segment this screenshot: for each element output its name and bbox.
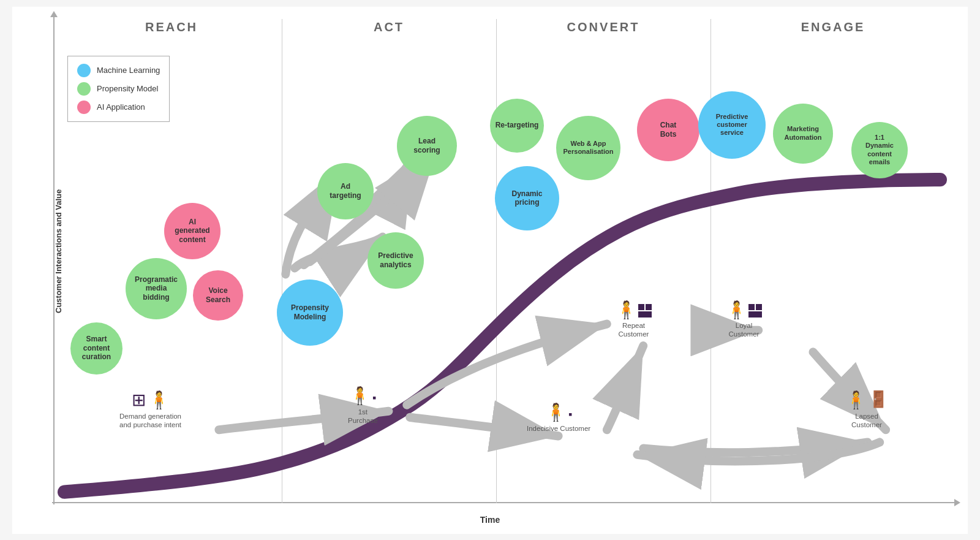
bubble-marketing-auto: MarketingAutomation xyxy=(773,104,833,164)
icon-indecisive-customer: 🧍 ▪ Indecisive Customer xyxy=(527,402,590,433)
label-indecisive-customer: Indecisive Customer xyxy=(527,424,590,433)
bubble-predictive-analytics: Predictiveanalytics xyxy=(368,232,424,289)
bubble-ad-targeting: Adtargeting xyxy=(317,163,374,219)
bubble-dynamic-pricing: Dynamicpricing xyxy=(495,166,559,230)
bubble-dynamic-content: 1:1Dynamiccontentemails xyxy=(851,122,908,178)
icon-loyal-customer: 🧍 LoyalCustomer xyxy=(726,300,762,340)
bubble-smart-content: Smartcontentcuration xyxy=(70,322,123,375)
label-demand-gen: Demand generationand purchase intent xyxy=(119,412,181,430)
bubble-chat-bots: ChatBots xyxy=(637,99,699,161)
bubble-ai-content: AIgeneratedcontent xyxy=(164,203,221,259)
icon-lapsed-customer: 🧍 🚪 LapsedCustomer xyxy=(845,390,888,430)
bubble-programmatic: Programaticmediabidding xyxy=(126,258,187,319)
x-axis-label: Time xyxy=(480,515,500,525)
bubble-predictive-cs: Predictivecustomerservice xyxy=(698,91,766,159)
label-first-purchase: 1stPurchase xyxy=(348,408,378,426)
bubble-propensity: PropensityModeling xyxy=(277,280,343,346)
icon-repeat-customer: 🧍 RepeatCustomer xyxy=(616,300,652,340)
label-lapsed-customer: LapsedCustomer xyxy=(845,412,888,430)
bubble-retargeting: Re-targeting xyxy=(490,99,544,153)
label-loyal-customer: LoyalCustomer xyxy=(726,321,762,340)
chart-container: Customer Interactions and Value Time REA… xyxy=(12,7,968,534)
bubble-lead-scoring: Leadscoring xyxy=(397,116,457,176)
icon-demand-gen: ⊞ 🧍 Demand generationand purchase intent xyxy=(119,390,181,430)
icon-first-purchase: 🧍 ▪ 1stPurchase xyxy=(348,386,378,426)
label-repeat-customer: RepeatCustomer xyxy=(616,321,652,340)
bubble-voice-search: VoiceSearch xyxy=(193,270,243,321)
bubble-web-app: Web & AppPersonalisation xyxy=(556,116,620,180)
